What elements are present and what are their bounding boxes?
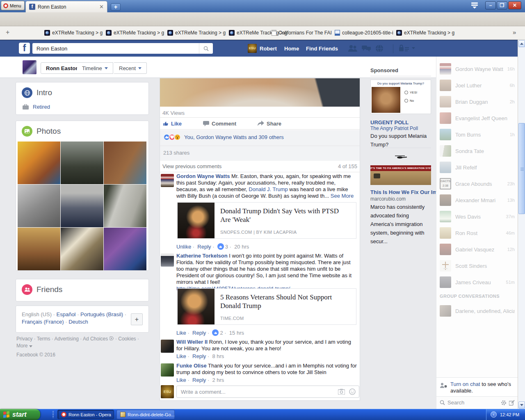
- profile-picture-thumbnail[interactable]: [23, 60, 37, 74]
- share-count[interactable]: 213 shares: [163, 150, 189, 156]
- group-conversation[interactable]: Darlene, undefined, Alicia, ...: [436, 303, 518, 319]
- window-restore-button[interactable]: ❐: [497, 1, 507, 9]
- recent-dropdown[interactable]: Recent: [114, 62, 147, 74]
- ad-headline[interactable]: This Is How We Fix Our Im...: [370, 189, 442, 195]
- bookmark-item[interactable]: eXTReMe Tracking > gw: [44, 29, 103, 37]
- photo-thumbnail[interactable]: [104, 228, 146, 270]
- like-link[interactable]: Like: [176, 353, 186, 359]
- chat-search-bar[interactable]: [436, 396, 518, 409]
- window-minimize-button[interactable]: –: [485, 1, 496, 9]
- scrollbar-thumb[interactable]: [518, 123, 525, 214]
- window-close-button[interactable]: ✕: [508, 1, 521, 9]
- bookmark-item[interactable]: colleague-201605-title-i: [335, 29, 395, 37]
- shared-link-card[interactable]: Donald Trump Didn't Say Vets with PTSD A…: [177, 202, 356, 239]
- search-input[interactable]: [32, 46, 199, 52]
- tab-close-icon[interactable]: ✕: [99, 4, 104, 10]
- new-tab-button[interactable]: +: [111, 3, 121, 11]
- language-link[interactable]: Español: [57, 311, 76, 317]
- timeline-dropdown[interactable]: Timeline: [77, 62, 113, 74]
- language-link[interactable]: Deutsch: [68, 319, 88, 325]
- shared-link-card[interactable]: 5 Reasons Veterans Should Not Support Do…: [177, 288, 356, 325]
- poll-option-yes[interactable]: YES!: [404, 91, 417, 94]
- commenter-name-link[interactable]: Katherine Torkelson: [176, 253, 228, 259]
- chat-contact[interactable]: Alexander Mmari13h: [436, 192, 518, 208]
- chat-contact[interactable]: Evangelist Jeff Queen: [436, 110, 518, 126]
- see-more-link[interactable]: See More: [331, 193, 354, 199]
- chat-contact[interactable]: Tom Burns1h: [436, 126, 518, 143]
- reactions-summary[interactable]: You, Gordon Wayne Watts and 309 others: [184, 134, 284, 140]
- photo-thumbnail[interactable]: [18, 142, 60, 184]
- like-button[interactable]: Like: [162, 121, 182, 127]
- photo-thumbnail[interactable]: [18, 185, 60, 227]
- comment-time[interactable]: 15 hrs: [229, 330, 244, 336]
- facebook-logo[interactable]: f: [19, 43, 30, 54]
- start-button[interactable]: start: [0, 409, 40, 420]
- mention-link[interactable]: Donald J. Trump: [249, 186, 288, 192]
- account-menu-caret-icon[interactable]: [412, 47, 415, 49]
- chat-search-input[interactable]: [447, 399, 498, 406]
- add-language-button[interactable]: +: [131, 313, 143, 325]
- photo-thumbnail[interactable]: [104, 185, 146, 227]
- ad-image[interactable]: IT'S TIME TO FIX AMERICA'S IMMIGRATION S…: [370, 152, 431, 185]
- reply-link[interactable]: Reply: [192, 330, 206, 336]
- facebook-search[interactable]: [32, 43, 213, 54]
- share-button[interactable]: Share: [258, 121, 281, 127]
- commenter-avatar[interactable]: [161, 253, 174, 267]
- bookmark-item[interactable]: eXTReMe Tracking > gw: [167, 29, 226, 37]
- photo-thumbnail[interactable]: [61, 228, 103, 270]
- chat-contact[interactable]: Gordon Wayne Watts16h: [436, 61, 518, 77]
- notifications-globe-icon[interactable]: [375, 44, 383, 52]
- camera-icon[interactable]: [338, 389, 345, 395]
- add-bookmark-icon[interactable]: +: [6, 29, 9, 36]
- footer-link[interactable]: Advertising: [54, 336, 78, 342]
- poll-option-no[interactable]: No: [404, 99, 414, 103]
- chat-contact[interactable]: Joel Luther6h: [436, 77, 518, 94]
- messages-icon[interactable]: [362, 45, 371, 52]
- language-link[interactable]: Português (Brasil): [80, 311, 123, 317]
- taskbar-task-opera[interactable]: Ronn Easton - Opera: [57, 410, 114, 419]
- footer-link[interactable]: Privacy: [16, 336, 32, 342]
- footer-link[interactable]: Ad Choices: [83, 336, 108, 342]
- chat-contact[interactable]: Jill Refelf: [436, 159, 518, 176]
- link-title[interactable]: Donald Trump Didn't Say Vets with PTSD A…: [220, 207, 350, 224]
- reply-link[interactable]: Reply: [192, 377, 206, 383]
- privacy-shortcuts-icon[interactable]: [399, 45, 410, 52]
- opera-menu-button[interactable]: Menu: [1, 1, 25, 10]
- friend-requests-icon[interactable]: [348, 45, 358, 52]
- comment-time[interactable]: 2 hrs: [212, 377, 224, 383]
- ad-image[interactable]: Do you support Melania Trump? YES! No: [370, 80, 431, 114]
- comment-input[interactable]: [177, 389, 338, 395]
- bookmark-item[interactable]: eXTReMe Tracking > gw: [396, 29, 454, 37]
- page-scrollbar[interactable]: [518, 40, 525, 409]
- comment-composer[interactable]: [176, 386, 359, 398]
- profile-name-link[interactable]: Robert: [260, 46, 277, 52]
- footer-link[interactable]: Terms: [37, 336, 50, 342]
- link-title[interactable]: 5 Reasons Veterans Should Not Support Do…: [220, 293, 350, 310]
- taskbar-task-document[interactable]: Ronn-didnt-delete-Go...: [116, 410, 175, 419]
- comment-button[interactable]: Comment: [203, 121, 236, 127]
- chat-contact[interactable]: Scott Sinders: [436, 258, 518, 274]
- chat-contact[interactable]: Gabriel Vasquez12h: [436, 241, 518, 258]
- photo-thumbnail[interactable]: [18, 228, 60, 270]
- commenter-name-link[interactable]: Gordon Wayne Watts: [176, 173, 230, 179]
- language-link[interactable]: Français (France): [22, 319, 64, 325]
- like-link[interactable]: Like: [176, 377, 186, 383]
- reply-link[interactable]: Reply: [197, 244, 211, 250]
- search-icon[interactable]: [199, 43, 213, 54]
- turn-on-chat-link[interactable]: Turn on chat: [450, 381, 480, 387]
- header-avatar[interactable]: ESU: [248, 44, 257, 53]
- gear-icon[interactable]: [501, 400, 507, 406]
- chat-contact[interactable]: OACTS 2:38Grace Abounds23h: [436, 176, 518, 192]
- bookmark-item[interactable]: Californians For The FAI: [272, 29, 332, 37]
- scroll-down-button[interactable]: [518, 402, 525, 409]
- ad-source-link[interactable]: The Angry Patriot Poll: [370, 126, 418, 131]
- ad-headline[interactable]: URGENT POLL: [370, 119, 409, 126]
- chat-contact[interactable]: Wes Davis37m: [436, 208, 518, 225]
- chat-contact[interactable]: Ron Rost46m: [436, 225, 518, 241]
- bookmark-item[interactable]: eXTReMe Tracking > gw: [106, 29, 164, 37]
- browser-tab[interactable]: f Ronn Easton ✕: [25, 1, 107, 12]
- view-previous-comments-link[interactable]: View previous comments: [162, 163, 221, 169]
- opera-panels-icon[interactable]: [470, 2, 479, 9]
- chat-contact[interactable]: James Criveau51m: [436, 274, 518, 290]
- like-link[interactable]: Like: [176, 330, 186, 336]
